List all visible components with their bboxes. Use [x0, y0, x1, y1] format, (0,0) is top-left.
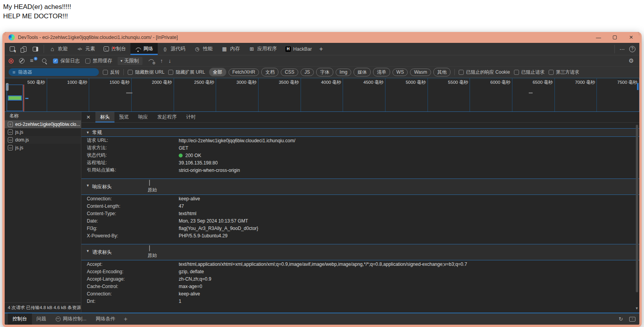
type-filter-pill[interactable]: 全部: [209, 68, 226, 76]
details-tab[interactable]: 预览: [114, 112, 134, 122]
general-section-header[interactable]: ▼ 常规: [81, 128, 639, 137]
request-name: js.js: [15, 145, 23, 150]
help-button[interactable]: ?: [629, 46, 635, 52]
scrollbar-thumb[interactable]: [636, 125, 638, 292]
request-row[interactable]: js.js: [5, 128, 81, 136]
header-value: text/html,application/xhtml+xml,applicat…: [179, 262, 467, 267]
panel-tab[interactable]: 控制台: [99, 43, 130, 55]
request-row[interactable]: js.js: [5, 144, 81, 152]
close-details-icon[interactable]: ×: [81, 112, 95, 122]
details-tab[interactable]: 标头: [95, 112, 114, 122]
panel-tab-label: 源代码: [171, 46, 186, 52]
import-har-icon[interactable]: ↑: [160, 58, 163, 64]
raw-checkbox[interactable]: [149, 245, 150, 251]
request-headers-section-header[interactable]: ▼ 请求标头 原始: [81, 244, 639, 260]
more-drawer-tools-button[interactable]: +: [120, 313, 131, 325]
panel-tab[interactable]: 源代码: [158, 43, 190, 55]
timeline-tick: 1500 毫秒: [89, 78, 132, 111]
request-row[interactable]: eci-2zehlwc1igke0jqq6biw.clo...: [5, 120, 81, 128]
filter-toggle-icon[interactable]: ×: [30, 58, 36, 64]
drawer-tab[interactable]: 控制台: [8, 313, 32, 325]
preserve-log-checkbox[interactable]: 保留日志: [53, 58, 80, 64]
disable-cache-checkbox[interactable]: 禁用缓存: [85, 58, 112, 64]
type-filter-pill[interactable]: Wasm: [410, 69, 431, 76]
type-filter-pill[interactable]: 文档: [261, 68, 278, 76]
dock-side-icon[interactable]: [30, 44, 40, 54]
panel-tab[interactable]: 欢迎: [45, 43, 72, 55]
settings-gear-icon[interactable]: ⚙: [629, 57, 635, 64]
panel-tab-icon: [194, 46, 201, 52]
scrollbar-down-arrow[interactable]: ▼: [635, 306, 639, 310]
drawer-tab[interactable]: 问题: [32, 313, 51, 325]
maximize-button[interactable]: [607, 32, 623, 43]
device-toolbar-icon[interactable]: [19, 44, 29, 54]
type-filter-pill[interactable]: 清单: [373, 68, 390, 76]
network-overview-timeline[interactable]: 500 毫秒 1000 毫秒 1500 毫秒 2000 毫秒 2500 毫秒 3…: [5, 78, 639, 112]
invert-checkbox[interactable]: 反转: [103, 69, 120, 76]
details-scrollbar[interactable]: ▼: [635, 123, 639, 313]
blocked-requests-checkbox[interactable]: 已阻止请求: [514, 69, 545, 76]
throttling-value: 无限制: [124, 58, 139, 64]
header-value: keep-alive: [179, 291, 200, 297]
drawer-tabs: 控制台 问题 网络控制... 网络条件: [8, 313, 120, 325]
details-tab[interactable]: 计时: [181, 112, 201, 122]
minimize-button[interactable]: —: [590, 32, 607, 43]
type-filter-pill[interactable]: Img: [336, 69, 351, 76]
record-button[interactable]: [9, 58, 14, 64]
raw-checkbox[interactable]: [149, 180, 150, 186]
title-bar: DevTools - eci-2zehlwc1igke0jqq6biw.clou…: [5, 32, 639, 43]
search-icon[interactable]: [42, 58, 48, 64]
third-party-checkbox[interactable]: 第三方请求: [549, 69, 579, 76]
filter-input[interactable]: 筛选器: [9, 68, 99, 76]
name-column-header[interactable]: 名称: [5, 112, 81, 120]
header-value: zh-CN,zh;q=0.9: [179, 276, 211, 282]
more-tabs-button[interactable]: +: [316, 43, 326, 55]
type-filter-pill[interactable]: JS: [301, 69, 314, 76]
response-headers-section-header[interactable]: ▼ 响应标头 原始: [81, 179, 639, 195]
panel-tab-icon: [135, 46, 141, 52]
type-filter-pill[interactable]: 字体: [316, 68, 333, 76]
more-options-button[interactable]: ⋯: [616, 46, 628, 52]
type-filter-pill[interactable]: CSS: [281, 69, 298, 76]
blocked-cookies-checkbox[interactable]: 已阻止的响应 Cookie: [459, 69, 510, 76]
expand-drawer-icon[interactable]: [629, 317, 635, 322]
panel-tab[interactable]: 网络: [130, 43, 158, 55]
type-filter-pill[interactable]: 媒体: [354, 68, 371, 76]
type-filter-pill[interactable]: WS: [392, 69, 408, 76]
hide-extension-url-checkbox[interactable]: 隐藏扩展 URL: [168, 69, 205, 76]
requests-panel: 名称 eci-2zehlwc1igke0jqq6biw.clo... js.js: [5, 112, 81, 313]
panel-tab[interactable]: HackBar: [281, 43, 316, 55]
panel-tab-label: 性能: [203, 46, 213, 52]
network-conditions-icon[interactable]: [148, 58, 155, 64]
header-value: gzip, deflate: [179, 269, 204, 274]
edge-logo-icon: [9, 34, 15, 41]
clear-button[interactable]: [19, 58, 25, 64]
details-tab[interactable]: 发起程序: [153, 112, 181, 122]
device-refresh-icon[interactable]: ↻: [619, 316, 623, 322]
header-key: 请求 URL:: [87, 137, 179, 144]
panel-tab[interactable]: 元素: [72, 43, 99, 55]
tabbar-right: ⋯ ?: [614, 43, 639, 55]
details-tab[interactable]: 响应: [134, 112, 153, 122]
invert-label: 反转: [110, 69, 120, 76]
request-details-pane: × 标头 预览 响应 发起程序 计时: [81, 112, 639, 313]
blocked-cookies-label: 已阻止的响应 Cookie: [466, 69, 510, 76]
panel-tab-label: 内存: [230, 46, 240, 52]
inspect-element-icon[interactable]: [7, 44, 17, 54]
request-raw-toggle[interactable]: 原始: [148, 246, 171, 259]
response-raw-toggle[interactable]: 原始: [148, 180, 171, 193]
panel-tab[interactable]: 应用程序: [244, 43, 281, 55]
drawer-tab-label: 问题: [37, 316, 46, 322]
type-filter-pill[interactable]: 其他: [433, 68, 450, 76]
panel-tab[interactable]: 内存: [217, 43, 244, 55]
header-key: Dnt:: [87, 299, 179, 304]
type-filter-pill[interactable]: Fetch/XHR: [229, 69, 259, 76]
panel-tab[interactable]: 性能: [190, 43, 217, 55]
drawer-tab[interactable]: 网络控制...: [51, 313, 91, 325]
request-row[interactable]: dom.js: [5, 136, 81, 144]
export-har-icon[interactable]: ↓: [168, 58, 171, 64]
drawer-tab[interactable]: 网络条件: [91, 313, 120, 325]
hide-data-url-checkbox[interactable]: 隐藏数据 URL: [128, 69, 164, 76]
close-button[interactable]: ×: [623, 32, 639, 43]
throttling-select[interactable]: ▼ 无限制: [118, 57, 143, 65]
